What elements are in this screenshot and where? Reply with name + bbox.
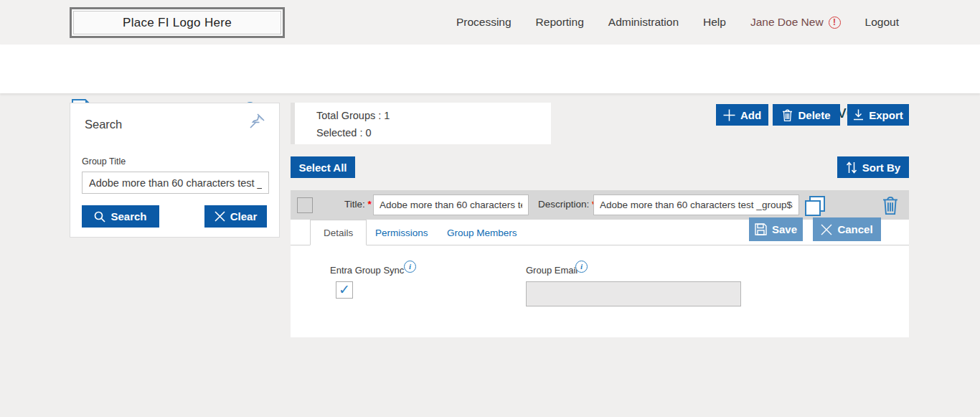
total-groups-count: Total Groups : 1 — [316, 110, 390, 121]
cancel-button[interactable]: Cancel — [813, 217, 881, 241]
entra-group-sync-checkbox[interactable]: ✓ — [336, 281, 353, 299]
search-panel: Search Group Title Search Clear — [70, 103, 280, 238]
group-description-field[interactable] — [593, 195, 799, 215]
group-title-label: Group Title — [82, 156, 126, 167]
tab-group-members[interactable]: Group Members — [434, 220, 530, 245]
search-button[interactable]: Search — [82, 205, 159, 228]
sort-icon — [846, 161, 857, 174]
nav-reporting[interactable]: Reporting — [536, 16, 584, 29]
summary-panel: Total Groups : 1 Selected : 0 — [295, 103, 551, 144]
trash-icon — [782, 109, 793, 121]
group-title-input[interactable] — [82, 172, 269, 194]
tab-permissions[interactable]: Permissions — [362, 220, 441, 245]
description-label: Description: * — [538, 199, 595, 210]
export-button[interactable]: Export — [847, 104, 909, 126]
pin-icon[interactable] — [248, 112, 266, 131]
required-asterisk: * — [368, 199, 372, 210]
save-icon — [755, 223, 767, 235]
entra-info-icon[interactable]: i — [404, 261, 416, 273]
tab-details[interactable]: Details — [310, 220, 367, 245]
title-label: Title: * — [344, 199, 372, 210]
copy-icon[interactable] — [804, 195, 826, 217]
entra-group-sync-label: Entra Group Sync — [330, 265, 404, 276]
clear-button[interactable]: Clear — [204, 205, 267, 228]
sub-header-bar: Group Maintenance i Kinective Sign — [0, 44, 980, 93]
nav-help[interactable]: Help — [703, 16, 726, 29]
page: Place FI Logo Here Processing Reporting … — [0, 0, 980, 417]
group-email-info-icon[interactable]: i — [575, 261, 588, 273]
search-icon — [94, 211, 105, 222]
group-row-checkbox[interactable] — [297, 197, 313, 213]
nav-administration[interactable]: Administration — [608, 16, 679, 29]
group-email-input — [526, 281, 741, 306]
tabs-bar: Details Permissions Group Members Save — [291, 220, 909, 245]
group-editor-card: Title: * Description: * Details Permissi… — [291, 190, 909, 337]
top-navigation: Processing Reporting Administration Help… — [456, 0, 899, 44]
nav-user-menu[interactable]: Jane Doe New ! — [750, 16, 841, 29]
group-email-label: Group Email — [526, 265, 578, 276]
fi-logo-text: Place FI Logo Here — [123, 16, 232, 30]
alert-icon: ! — [829, 17, 841, 29]
nav-logout[interactable]: Logout — [865, 16, 899, 29]
add-button[interactable]: Add — [716, 104, 768, 126]
row-trash-icon[interactable] — [882, 196, 899, 215]
sort-by-button[interactable]: Sort By — [837, 156, 909, 178]
nav-processing[interactable]: Processing — [456, 16, 512, 29]
delete-button[interactable]: Delete — [773, 104, 840, 126]
close-icon — [821, 224, 832, 235]
plus-icon — [723, 109, 735, 121]
fi-logo-placeholder[interactable]: Place FI Logo Here — [70, 7, 285, 38]
selected-count: Selected : 0 — [316, 127, 372, 139]
user-name: Jane Doe New — [750, 16, 824, 29]
search-panel-title: Search — [85, 118, 122, 131]
close-icon — [215, 211, 225, 222]
select-all-button[interactable]: Select All — [291, 156, 355, 178]
download-icon — [853, 109, 864, 121]
save-button[interactable]: Save — [749, 217, 803, 241]
group-row-header: Title: * Description: * — [291, 190, 909, 220]
group-title-field[interactable] — [373, 195, 529, 215]
top-header-bar: Place FI Logo Here Processing Reporting … — [0, 0, 980, 44]
